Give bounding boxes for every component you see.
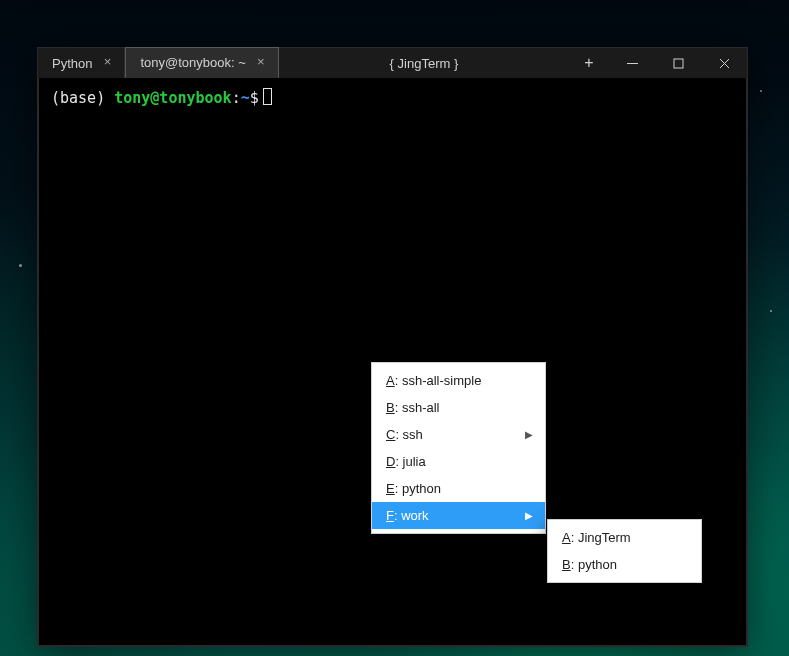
context-menu: A: ssh-all-simple B: ssh-all C: ssh ▶ D:… — [371, 362, 546, 534]
menu-item-label: B: ssh-all — [386, 400, 439, 415]
window-controls: + — [569, 48, 747, 78]
tab-label: tony@tonybook: ~ — [140, 55, 245, 70]
menu-item-label: B: python — [562, 557, 617, 572]
menu-item-ssh[interactable]: C: ssh ▶ — [372, 421, 545, 448]
maximize-icon — [673, 58, 684, 69]
close-button[interactable] — [701, 48, 747, 78]
menu-item-label: F: work — [386, 508, 429, 523]
prompt-separator: : — [232, 89, 241, 107]
plus-icon: + — [584, 54, 593, 72]
close-icon[interactable]: × — [100, 56, 114, 70]
menu-item-julia[interactable]: D: julia — [372, 448, 545, 475]
menu-item-label: D: julia — [386, 454, 426, 469]
tab-label: Python — [52, 56, 92, 71]
menu-item-ssh-all[interactable]: B: ssh-all — [372, 394, 545, 421]
menu-item-label: A: JingTerm — [562, 530, 631, 545]
menu-item-ssh-all-simple[interactable]: A: ssh-all-simple — [372, 367, 545, 394]
maximize-button[interactable] — [655, 48, 701, 78]
tab-strip: Python × tony@tonybook: ~ × — [38, 48, 279, 78]
menu-item-label: A: ssh-all-simple — [386, 373, 481, 388]
titlebar: Python × tony@tonybook: ~ × { JingTerm }… — [38, 48, 747, 78]
svg-rect-1 — [674, 59, 683, 68]
menu-item-work[interactable]: F: work ▶ — [372, 502, 545, 529]
window-title: { JingTerm } — [279, 48, 569, 78]
menu-item-label: E: python — [386, 481, 441, 496]
close-icon — [719, 58, 730, 69]
chevron-right-icon: ▶ — [525, 429, 533, 440]
close-icon[interactable]: × — [254, 56, 268, 70]
tab-shell[interactable]: tony@tonybook: ~ × — [125, 47, 278, 78]
text-cursor — [263, 88, 272, 105]
tab-python[interactable]: Python × — [38, 48, 125, 78]
submenu-item-python[interactable]: B: python — [548, 551, 701, 578]
minimize-icon — [627, 58, 638, 69]
prompt-symbol: $ — [250, 89, 259, 107]
chevron-right-icon: ▶ — [525, 510, 533, 521]
prompt-path: ~ — [241, 89, 250, 107]
prompt-user-host: tony@tonybook — [114, 89, 231, 107]
menu-item-label: C: ssh — [386, 427, 423, 442]
new-tab-button[interactable]: + — [569, 48, 609, 78]
prompt-env: (base) — [51, 89, 105, 107]
menu-item-python[interactable]: E: python — [372, 475, 545, 502]
minimize-button[interactable] — [609, 48, 655, 78]
context-submenu-work: A: JingTerm B: python — [547, 519, 702, 583]
submenu-item-jingterm[interactable]: A: JingTerm — [548, 524, 701, 551]
prompt-line: (base) tony@tonybook:~$ — [51, 88, 734, 108]
